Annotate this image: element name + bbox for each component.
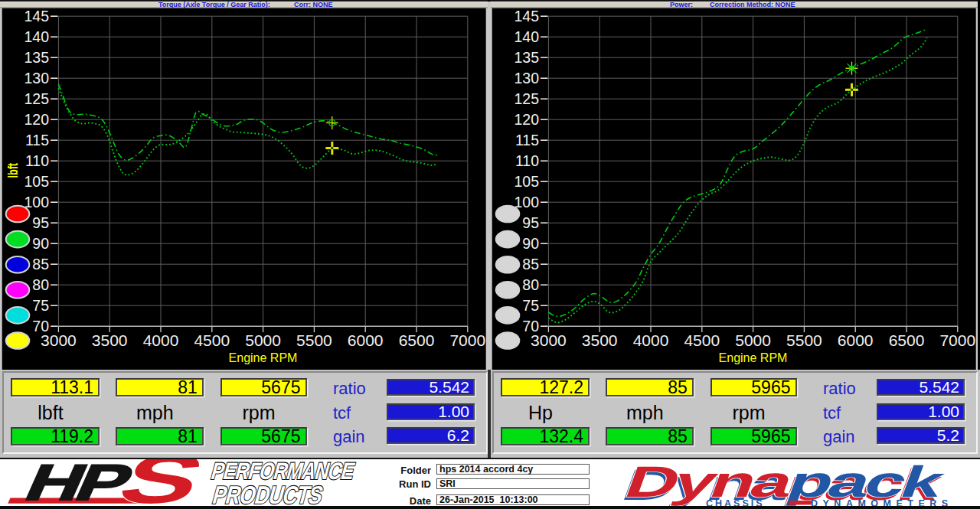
svg-text:100: 100	[514, 194, 539, 210]
svg-text:80: 80	[522, 276, 539, 293]
svg-text:3000: 3000	[41, 331, 77, 349]
svg-text:95: 95	[32, 214, 49, 231]
svg-text:6000: 6000	[348, 331, 384, 349]
svg-text:3500: 3500	[582, 331, 618, 349]
svg-text:Engine RPM: Engine RPM	[719, 351, 788, 364]
svg-text:110: 110	[515, 152, 539, 169]
svg-text:105: 105	[24, 173, 49, 190]
svg-text:4500: 4500	[194, 331, 230, 349]
svg-text:85: 85	[32, 256, 49, 272]
svg-text:80: 80	[32, 276, 49, 293]
svg-text:85: 85	[522, 256, 539, 272]
svg-text:Torque (Axle Torque / Gear Rat: Torque (Axle Torque / Gear Ratio):	[158, 1, 270, 8]
svg-text:7000: 7000	[939, 331, 975, 349]
svg-text:125: 125	[24, 90, 49, 107]
svg-text:75: 75	[32, 297, 49, 314]
svg-text:lbft: lbft	[4, 163, 20, 178]
svg-text:4500: 4500	[684, 331, 720, 349]
svg-text:135: 135	[24, 49, 49, 66]
svg-text:5500: 5500	[296, 331, 332, 349]
svg-text:5500: 5500	[786, 331, 822, 349]
svg-text:75: 75	[522, 297, 539, 314]
svg-text:140: 140	[24, 28, 49, 45]
svg-text:130: 130	[24, 70, 49, 86]
svg-text:120: 120	[514, 111, 539, 128]
svg-text:100: 100	[24, 194, 49, 210]
svg-text:Power:: Power:	[670, 1, 693, 8]
svg-text:135: 135	[514, 49, 539, 66]
svg-text:4000: 4000	[143, 331, 179, 349]
svg-text:125: 125	[514, 90, 539, 107]
svg-text:6000: 6000	[838, 331, 874, 349]
svg-text:105: 105	[514, 173, 539, 190]
svg-text:Correction Method: NONE: Correction Method: NONE	[710, 1, 795, 8]
svg-text:145: 145	[514, 8, 539, 24]
svg-text:90: 90	[522, 235, 539, 252]
svg-text:3500: 3500	[92, 331, 128, 349]
svg-text:7000: 7000	[449, 331, 485, 349]
svg-text:6500: 6500	[399, 331, 435, 349]
svg-text:145: 145	[24, 8, 49, 24]
svg-text:6500: 6500	[889, 331, 925, 349]
svg-text:5000: 5000	[735, 331, 771, 349]
svg-text:120: 120	[24, 111, 49, 128]
svg-text:140: 140	[514, 28, 539, 45]
svg-text:130: 130	[514, 70, 539, 86]
svg-text:110: 110	[25, 152, 49, 169]
svg-text:4000: 4000	[633, 331, 669, 349]
svg-text:PRODUCTS: PRODUCTS	[210, 480, 326, 507]
svg-text:115: 115	[515, 132, 539, 148]
svg-text:3000: 3000	[531, 331, 567, 349]
svg-text:5000: 5000	[245, 331, 281, 349]
svg-text:90: 90	[32, 235, 49, 252]
svg-text:95: 95	[522, 214, 539, 231]
svg-text:Corr: NONE: Corr: NONE	[294, 1, 333, 8]
svg-text:115: 115	[25, 132, 49, 148]
svg-text:Engine RPM: Engine RPM	[229, 351, 298, 364]
